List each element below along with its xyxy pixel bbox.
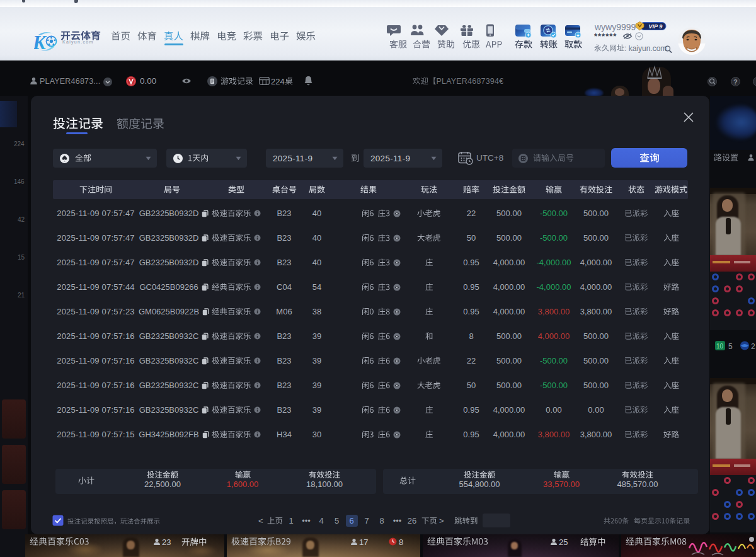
svg-text:5: 5 <box>728 342 733 351</box>
svg-text:2: 2 <box>751 342 755 351</box>
svg-text:?: ? <box>733 78 738 86</box>
svg-text:VIP 9: VIP 9 <box>649 23 663 30</box>
svg-text:10: 10 <box>716 343 724 350</box>
